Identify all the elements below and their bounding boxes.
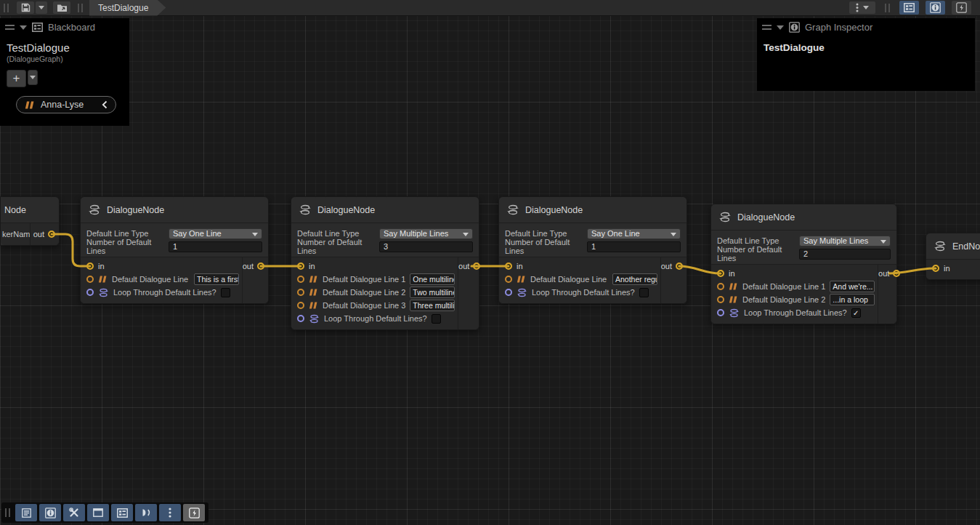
dialogue-line-label: Default Dialogue Line 1 xyxy=(742,282,825,291)
dialogue-line-port[interactable] xyxy=(717,296,724,303)
line-type-dropdown[interactable]: Say One Line xyxy=(169,228,262,239)
drag-handle-icon[interactable] xyxy=(762,25,772,30)
bolt-icon xyxy=(189,508,200,518)
add-property-button[interactable]: + xyxy=(7,70,26,87)
node-title-bar[interactable]: DialogueNode xyxy=(499,197,687,223)
dialogue-line-field[interactable]: Two multiline xyxy=(410,286,455,298)
dialogue-line-label: Default Dialogue Line 2 xyxy=(323,288,405,297)
dialogue-line-field[interactable]: ...in a loop xyxy=(830,294,875,305)
dialogue-line-port[interactable] xyxy=(297,302,304,309)
dialogue-line-port[interactable] xyxy=(297,276,304,283)
loop-checkbox[interactable] xyxy=(432,314,441,324)
dialogue-node-4[interactable]: DialogueNode Default Line Type Say Multi… xyxy=(710,204,897,324)
loop-checkbox[interactable] xyxy=(221,288,230,297)
dialogue-node-3[interactable]: DialogueNode Default Line Type Say One L… xyxy=(498,196,687,304)
graph-inspector-panel: Graph Inspector TestDialogue xyxy=(757,18,975,91)
dialogue-node-1[interactable]: DialogueNode Default Line Type Say One L… xyxy=(80,196,269,304)
toggle-custom-tool-button[interactable] xyxy=(952,1,971,15)
loop-cycle-icon xyxy=(517,288,527,297)
dialogue-line-field[interactable]: Another regu xyxy=(612,273,657,285)
out-port[interactable] xyxy=(257,262,264,270)
line-type-dropdown[interactable]: Say Multiple Lines xyxy=(379,228,473,239)
graph-inspector-header[interactable]: Graph Inspector xyxy=(757,18,975,36)
out-port[interactable] xyxy=(893,270,900,277)
add-property-options-button[interactable] xyxy=(28,70,38,85)
node-title-bar[interactable]: EndNode xyxy=(926,233,980,260)
loop-port[interactable] xyxy=(86,289,94,296)
in-port[interactable] xyxy=(297,262,304,270)
save-icon xyxy=(21,3,31,12)
dialogue-line-label: Default Dialogue Line 3 xyxy=(323,301,405,310)
num-lines-field[interactable]: 3 xyxy=(379,241,473,252)
toolbar-drag-handle[interactable] xyxy=(5,508,10,517)
num-lines-field[interactable]: 1 xyxy=(587,241,681,252)
node-title-bar[interactable]: Node xyxy=(1,197,59,223)
dialogue-node-2[interactable]: DialogueNode Default Line Type Say Multi… xyxy=(291,196,479,330)
num-lines-field[interactable]: 2 xyxy=(799,249,891,260)
loop-port[interactable] xyxy=(505,289,512,296)
speaker-node-partial[interactable]: Node kerName out xyxy=(0,196,60,246)
voice-button[interactable] xyxy=(135,504,157,521)
open-asset-button[interactable] xyxy=(53,1,70,14)
node-properties: Default Line Type Say One Line Number of… xyxy=(81,223,268,257)
collapse-triangle-icon[interactable] xyxy=(777,25,784,30)
in-port[interactable] xyxy=(86,262,94,270)
collapse-triangle-icon[interactable] xyxy=(20,25,27,30)
toolbar-drag-handle[interactable] xyxy=(4,4,9,12)
save-button[interactable] xyxy=(17,1,34,14)
end-node[interactable]: EndNode in xyxy=(926,233,980,280)
blackboard-header[interactable]: Blackboard xyxy=(0,18,129,36)
dialogue-line-port[interactable] xyxy=(505,276,512,283)
chevron-left-icon[interactable] xyxy=(102,100,108,109)
loop-checkbox[interactable] xyxy=(639,288,649,297)
drag-handle-icon[interactable] xyxy=(5,25,15,30)
dialogue-line-port[interactable] xyxy=(86,276,94,283)
dialogue-line-field[interactable]: Three multilin xyxy=(410,300,455,311)
more-options-button[interactable] xyxy=(159,504,181,521)
line-type-label: Default Line Type xyxy=(505,229,587,238)
line-type-dropdown[interactable]: Say Multiple Lines xyxy=(799,236,891,247)
node-title-bar[interactable]: DialogueNode xyxy=(711,204,896,231)
tools-button[interactable] xyxy=(63,504,85,521)
toggle-graph-inspector-button[interactable] xyxy=(926,1,945,15)
in-port[interactable] xyxy=(932,265,939,272)
dialogue-line-port[interactable] xyxy=(297,289,304,296)
custom-tool-button[interactable] xyxy=(183,504,205,521)
save-options-button[interactable] xyxy=(36,1,47,14)
out-port[interactable] xyxy=(676,262,683,270)
loop-label: Loop Through Default Lines? xyxy=(113,288,216,297)
line-type-label: Default Line Type xyxy=(297,229,379,238)
out-port[interactable] xyxy=(473,262,480,270)
dialogue-line-port[interactable] xyxy=(717,283,724,290)
blackboard-panel: Blackboard TestDialogue (DialogueGraph) … xyxy=(0,18,129,126)
out-port[interactable] xyxy=(48,231,55,238)
node-title-bar[interactable]: DialogueNode xyxy=(291,197,479,223)
loop-port[interactable] xyxy=(297,315,304,322)
blackboard-icon xyxy=(32,23,43,32)
window-button[interactable] xyxy=(87,504,109,521)
dialogue-line-field[interactable]: And we're... xyxy=(830,281,875,292)
node-title: DialogueNode xyxy=(737,212,795,223)
in-port[interactable] xyxy=(717,270,724,277)
toggle-blackboard-button[interactable] xyxy=(899,1,919,15)
in-port[interactable] xyxy=(505,262,512,270)
chevron-down-icon xyxy=(30,76,36,79)
loop-port[interactable] xyxy=(717,309,724,316)
line-type-dropdown[interactable]: Say One Line xyxy=(587,228,681,239)
num-lines-field[interactable]: 1 xyxy=(169,241,262,252)
inspector-button[interactable] xyxy=(39,504,61,521)
inspected-graph-title: TestDialogue xyxy=(764,42,975,53)
dialogue-line-field[interactable]: This is a first xyxy=(194,273,239,285)
node-properties: Default Line Type Say One Line Number of… xyxy=(499,223,687,257)
loop-checkbox[interactable]: ✓ xyxy=(851,308,861,318)
view-options-button[interactable] xyxy=(849,1,875,14)
line-type-value: Say One Line xyxy=(591,229,640,238)
dialogue-line-field[interactable]: One multiline xyxy=(410,273,455,285)
blackboard-button[interactable] xyxy=(111,504,133,521)
script-button[interactable] xyxy=(15,504,37,521)
node-title-bar[interactable]: DialogueNode xyxy=(81,197,268,223)
tab-testdialogue[interactable]: TestDialogue xyxy=(89,0,166,16)
quote-icon xyxy=(729,296,738,303)
node-properties: Default Line Type Say Multiple Lines Num… xyxy=(711,231,896,265)
blackboard-field-anna-lyse[interactable]: Anna-Lyse xyxy=(16,96,116,113)
